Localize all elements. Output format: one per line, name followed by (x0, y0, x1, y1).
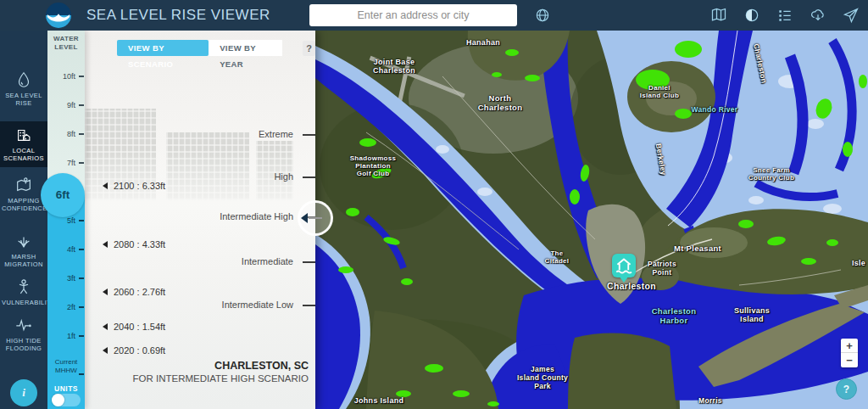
basemap-icon[interactable] (710, 7, 727, 24)
water-level-slider[interactable]: WATER LEVEL 10ft9ft8ft7ft5ft4ft3ft2ft1ft… (47, 31, 85, 409)
map-canvas[interactable]: HanahanJoint Base CharlestonNorth Charle… (315, 31, 868, 409)
view-tabs: VIEW BY SCENARIO VIEW BY YEAR ? (117, 40, 315, 56)
year-marker-label: 2020 : 0.69ft (114, 345, 165, 356)
year-marker: 2080 : 4.33ft (103, 239, 165, 249)
year-marker: 2020 : 0.69ft (103, 345, 165, 356)
flooded-house-marker-icon (612, 254, 636, 277)
header-toolbar (710, 7, 860, 24)
tide-pulse-icon (14, 316, 33, 334)
year-marker-label: 2080 : 4.33ft (114, 239, 165, 249)
left-triangle-icon (103, 182, 108, 189)
sidebar-item-high-tide-flooding[interactable]: HIGH TIDE FLOODING (0, 311, 47, 361)
water-level-tick-label: 8ft (67, 130, 75, 138)
left-nav-sidebar: SEA LEVEL RISE LOCAL SCENARIOS MAPPING C… (0, 31, 47, 409)
contrast-icon[interactable] (743, 7, 760, 24)
water-level-tick (79, 104, 84, 106)
water-level-fill (47, 195, 85, 409)
water-level-tick-label: 7ft (67, 159, 75, 167)
water-level-tick (79, 220, 84, 221)
left-triangle-icon (103, 323, 108, 330)
water-level-tick (79, 249, 84, 250)
scenario-label: High (193, 171, 293, 183)
year-marker-label: 2100 : 6.33ft (114, 181, 165, 191)
header-bar: SEA LEVEL RISE VIEWER (0, 0, 868, 31)
share-icon[interactable] (843, 7, 860, 24)
current-mhhw-label: Current MHHW (49, 358, 83, 376)
water-level-tick (79, 133, 84, 135)
tab-view-by-year[interactable]: VIEW BY YEAR (209, 40, 282, 56)
scenario-tick (303, 261, 315, 263)
legend-icon[interactable] (776, 7, 793, 24)
water-level-value-bubble[interactable]: 6ft (41, 173, 85, 217)
handle-arrow-icon (301, 213, 308, 223)
flooded-house-icon (14, 126, 33, 144)
sea-level-rise-viewer-app: SEA LEVEL RISE VIEWER SEA LEVEL RISE LOC… (0, 0, 868, 409)
water-level-tick (79, 306, 84, 308)
scenario-tick (303, 305, 315, 306)
water-level-tick-label: 9ft (67, 101, 75, 109)
location-title: CHARLESTON, SC (133, 359, 309, 373)
year-marker: 2060 : 2.76ft (103, 287, 165, 297)
scenario-label: Intermediate (193, 256, 293, 268)
units-toggle-knob (52, 394, 64, 406)
zoom-control: + − (841, 339, 858, 367)
tab-view-by-scenario[interactable]: VIEW BY SCENARIO (117, 40, 209, 56)
scenario-label: Extreme (193, 129, 293, 141)
info-button[interactable]: i (10, 379, 37, 406)
noaa-logo (46, 3, 71, 28)
year-marker-label: 2040 : 1.54ft (114, 322, 165, 332)
year-marker-label: 2060 : 2.76ft (114, 287, 165, 297)
zoom-in-button[interactable]: + (841, 339, 858, 353)
search-input[interactable] (309, 4, 517, 26)
scenario-label: Intermediate High (193, 211, 293, 223)
water-level-title: WATER LEVEL (47, 35, 85, 53)
handle-grip-icon (309, 217, 322, 219)
left-triangle-icon (103, 289, 108, 295)
sidebar-item-sea-level-rise[interactable]: SEA LEVEL RISE (0, 66, 47, 119)
sidebar-item-vulnerability[interactable]: VULNERABILITY (0, 273, 47, 316)
water-level-tick (79, 335, 84, 337)
water-level-tick-label: 1ft (67, 332, 75, 340)
year-marker: 2040 : 1.54ft (103, 322, 165, 332)
water-level-tick (79, 162, 84, 164)
water-level-tick (79, 277, 84, 279)
marsh-plant-icon (14, 232, 33, 250)
units-toggle[interactable] (52, 394, 81, 406)
scenario-tick (303, 134, 315, 136)
scenario-slider-handle[interactable] (298, 200, 333, 236)
water-level-tick (79, 76, 84, 77)
units-label: UNITS (47, 384, 85, 393)
water-level-tick-label: 10ft (63, 72, 75, 81)
map-pin-icon (14, 176, 33, 194)
water-level-tick-label: 3ft (67, 274, 75, 283)
left-triangle-icon (103, 347, 108, 354)
flood-location-marker[interactable] (612, 254, 636, 277)
sidebar-item-marsh-migration[interactable]: MARSH MIGRATION (0, 227, 47, 277)
scenario-label: Intermediate Low (193, 300, 293, 311)
water-level-tick-label: 2ft (67, 303, 75, 311)
location-caption: CHARLESTON, SC FOR INTERMEDIATE HIGH SCE… (133, 359, 309, 385)
help-button[interactable]: ? (303, 41, 315, 56)
location-subtitle: FOR INTERMEDIATE HIGH SCENARIO (133, 373, 309, 385)
left-triangle-icon (103, 241, 108, 248)
satellite-flood-map (315, 31, 868, 409)
mhhw-tick (79, 373, 84, 375)
scenario-tick (303, 176, 315, 178)
map-help-button[interactable]: ? (836, 378, 857, 400)
droplet-icon (14, 70, 33, 89)
year-marker: 2100 : 6.33ft (103, 181, 165, 191)
zoom-out-button[interactable]: − (841, 353, 858, 367)
person-icon (14, 277, 33, 296)
water-level-tick-label: 4ft (67, 245, 75, 254)
scenario-panel: VIEW BY SCENARIO VIEW BY YEAR ? ExtremeH… (85, 31, 315, 409)
sidebar-item-local-scenarios[interactable]: LOCAL SCENARIOS (0, 121, 47, 167)
download-icon[interactable] (810, 7, 826, 24)
water-level-tick-label: 5ft (67, 216, 75, 225)
globe-icon[interactable] (534, 7, 551, 24)
page-title: SEA LEVEL RISE VIEWER (86, 7, 270, 24)
